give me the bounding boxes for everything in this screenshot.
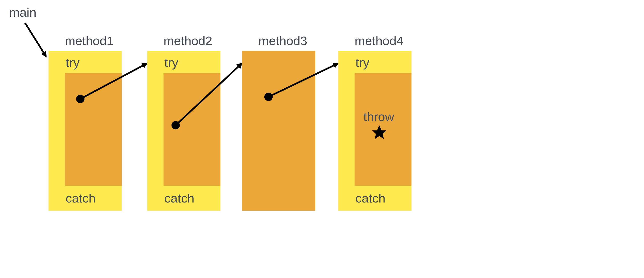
method2-try-label: try — [164, 55, 178, 69]
method3-block: method3 — [242, 34, 315, 211]
method1-try-label: try — [66, 55, 80, 69]
method2-inner — [164, 73, 220, 186]
method1-inner — [65, 73, 122, 186]
method3-title: method3 — [258, 34, 307, 48]
method4-title: method4 — [355, 34, 404, 48]
method2-block: method2 try catch — [147, 34, 220, 211]
method1-block: method1 try catch — [48, 34, 122, 211]
method1-catch-label: catch — [66, 191, 96, 205]
method4-inner — [355, 73, 412, 186]
method4-block: method4 try catch throw — [338, 34, 412, 211]
method2-catch-label: catch — [164, 191, 194, 205]
arrow-main-to-method1 — [25, 23, 46, 56]
exception-flow-diagram: main method1 try catch method2 try catch… — [0, 0, 644, 278]
method3-body — [242, 51, 315, 211]
method4-catch-label: catch — [356, 191, 386, 205]
method4-try-label: try — [356, 55, 370, 69]
method1-title: method1 — [65, 34, 114, 48]
method2-title: method2 — [164, 34, 212, 48]
throw-label: throw — [364, 110, 394, 124]
main-label: main — [9, 5, 36, 19]
